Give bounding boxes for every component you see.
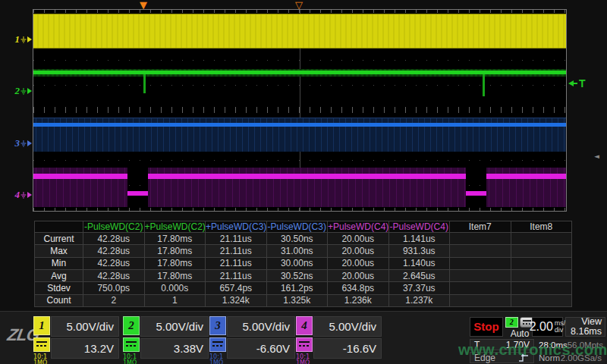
ch1-coupling-dc-icon[interactable] bbox=[33, 337, 50, 352]
waveform-display bbox=[33, 9, 567, 212]
measure-column-header[interactable]: Item7 bbox=[450, 221, 511, 233]
channel4-control[interactable]: 4 10:11MΩ 5.00V/div -16.6V bbox=[296, 312, 382, 364]
ch2-pulse bbox=[143, 74, 146, 93]
measure-corner-cell bbox=[35, 221, 83, 233]
measure-value-cell: 21.11us bbox=[206, 269, 267, 281]
measure-value-cell: 161.2ps bbox=[266, 282, 328, 294]
arrow-right-icon bbox=[27, 140, 32, 146]
measure-value-cell: 2.645us bbox=[388, 269, 450, 281]
grid-dots bbox=[33, 160, 566, 161]
measure-row: Min42.28us17.80ms21.11us30.00ns20.00us1.… bbox=[35, 257, 572, 269]
arrow-right-icon bbox=[27, 88, 32, 94]
measure-value-cell: 17.80ms bbox=[144, 233, 206, 245]
trigger-source-badge: 2 bbox=[505, 317, 518, 328]
measure-row: Stdev750.0ps0.000s657.4ps161.2ps634.8ps3… bbox=[35, 282, 572, 294]
ch4-trace bbox=[486, 174, 566, 179]
timebase-unit: ms/div bbox=[555, 320, 566, 334]
ch3-offset-value[interactable]: -6.60V bbox=[227, 338, 295, 359]
ch2-scale[interactable]: 5.00V/div bbox=[140, 316, 209, 337]
arrow-stem bbox=[574, 83, 577, 84]
run-state-button[interactable]: Stop bbox=[470, 317, 503, 337]
ch2-offset-indicator[interactable]: 2 bbox=[11, 85, 32, 97]
oscilloscope-screen: ▼ ▽ 1 2 3 4 bbox=[0, 0, 607, 364]
grid-dots bbox=[33, 60, 566, 61]
measure-row-label: Current bbox=[35, 233, 83, 245]
timebase-control[interactable]: 2.00 ms/div bbox=[532, 317, 563, 337]
measure-value-cell: 1 bbox=[144, 294, 206, 306]
measure-column-header[interactable]: -PulseWD(C3) bbox=[266, 221, 328, 233]
measure-value-cell: 931.3us bbox=[388, 245, 450, 257]
measure-value-cell bbox=[511, 245, 572, 257]
ch1-trace bbox=[33, 14, 566, 49]
ch2-badge[interactable]: 2 bbox=[123, 316, 140, 335]
ch2-coupling-dc-icon[interactable] bbox=[123, 337, 140, 352]
ch3-coupling-dc-icon[interactable] bbox=[209, 337, 226, 352]
measure-value-cell: 21.11us bbox=[206, 245, 267, 257]
arrow-right-icon bbox=[27, 192, 32, 198]
ch2-pulse bbox=[483, 74, 485, 96]
measure-value-cell: 17.80ms bbox=[144, 257, 206, 269]
measure-row: Max42.28us17.80ms21.11us31.00ns20.00us93… bbox=[35, 245, 572, 257]
measure-column-header[interactable]: -PulseWD(C2) bbox=[83, 221, 145, 233]
ch1-scale[interactable]: 5.00V/div bbox=[51, 316, 119, 337]
ch2-label: 2 bbox=[15, 85, 20, 97]
measure-column-header[interactable]: -PulseWD(C4) bbox=[388, 221, 450, 233]
panel-collapse-arrow-icon[interactable]: ◄ bbox=[594, 152, 599, 160]
measure-value-cell: 37.37us bbox=[388, 282, 450, 294]
ch4-scale[interactable]: 5.00V/div bbox=[313, 316, 382, 337]
ground-icon bbox=[20, 88, 27, 95]
measure-value-cell: 30.50ns bbox=[266, 233, 328, 245]
ch1-offset-value[interactable]: 13.2V bbox=[51, 338, 119, 359]
measure-value-cell: 20.00us bbox=[328, 233, 389, 245]
ch2-offset-value[interactable]: 3.38V bbox=[140, 338, 209, 359]
measure-value-cell: 21.11us bbox=[206, 257, 267, 269]
measure-row: Avg42.28us17.80ms21.11us30.52ns20.00us2.… bbox=[35, 269, 572, 281]
measure-value-cell: 2 bbox=[83, 294, 145, 306]
measure-column-header[interactable]: +PulseWD(C3) bbox=[206, 221, 267, 233]
measure-row-label: Stdev bbox=[35, 282, 83, 294]
view-span-readout: View 8.16ms bbox=[565, 317, 605, 337]
measure-value-cell bbox=[450, 245, 511, 257]
measure-column-header[interactable]: +PulseWD(C4) bbox=[328, 221, 389, 233]
measure-value-cell: 20.00us bbox=[328, 257, 389, 269]
channel2-control[interactable]: 2 10:11MΩ 5.00V/div 3.38V bbox=[123, 312, 209, 364]
ch4-badge[interactable]: 4 bbox=[296, 316, 313, 335]
measure-value-cell bbox=[450, 282, 511, 294]
ch4-offset-value[interactable]: -16.6V bbox=[313, 338, 382, 359]
measure-value-cell: 1.141us bbox=[388, 233, 450, 245]
ch4-coupling-dc-icon[interactable] bbox=[296, 337, 313, 352]
ch4-trace-low bbox=[466, 191, 486, 196]
ground-icon bbox=[20, 140, 27, 147]
ch4-probe-info: 10:11MΩ bbox=[296, 354, 313, 364]
channel3-control[interactable]: 3 10:11MΩ 5.00V/div -6.60V bbox=[209, 312, 296, 364]
measure-value-cell: 20.00us bbox=[328, 269, 389, 281]
measure-row-label: Min bbox=[35, 257, 83, 269]
measure-column-header[interactable]: +PulseWD(C2) bbox=[144, 221, 206, 233]
ch4-trace-low bbox=[127, 191, 148, 196]
measure-value-cell: 1.325k bbox=[266, 294, 328, 306]
ch1-badge[interactable]: 1 bbox=[33, 316, 50, 335]
arrow-left-icon bbox=[568, 80, 574, 86]
timebase-value: 2.00 bbox=[530, 320, 553, 334]
grid-dots bbox=[33, 85, 566, 86]
measure-value-cell bbox=[511, 282, 572, 294]
measure-column-header[interactable]: Item8 bbox=[511, 221, 572, 233]
measure-value-cell: 1.324k bbox=[206, 294, 267, 306]
ch4-trace bbox=[33, 174, 127, 179]
ch3-scale[interactable]: 5.00V/div bbox=[227, 316, 295, 337]
channel1-control[interactable]: 1 10:11MΩ 5.00V/div 13.2V bbox=[33, 312, 120, 364]
ch4-trace bbox=[148, 174, 466, 179]
measure-value-cell: 750.0ps bbox=[83, 282, 145, 294]
ch1-label: 1 bbox=[15, 33, 20, 46]
watermark: www.cntronics.com bbox=[458, 341, 607, 359]
measure-value-cell: 30.52ns bbox=[266, 269, 328, 281]
ch3-offset-indicator[interactable]: 3 bbox=[11, 137, 32, 149]
ch4-offset-indicator[interactable]: 4 bbox=[11, 189, 32, 201]
ch3-badge[interactable]: 3 bbox=[209, 316, 226, 335]
measure-row: Count211.324k1.325k1.236k1.237k bbox=[35, 294, 572, 306]
measure-value-cell bbox=[450, 294, 511, 306]
ch3-label: 3 bbox=[15, 137, 20, 149]
trigger-level-indicator[interactable]: T bbox=[568, 77, 586, 89]
measure-value-cell: 657.4ps bbox=[206, 282, 267, 294]
ch1-offset-indicator[interactable]: 1 bbox=[11, 33, 32, 46]
